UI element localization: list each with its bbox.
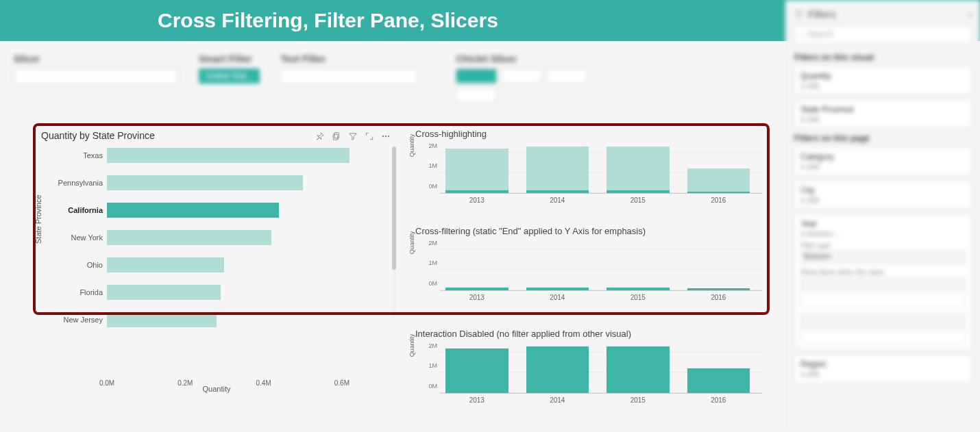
eraser-icon[interactable] [421, 68, 435, 82]
x-tick: 2013 [469, 294, 485, 301]
svg-rect-0 [334, 133, 339, 138]
filter-card[interactable]: Quantity is (All) [794, 66, 972, 94]
x-tick: 2013 [469, 396, 485, 404]
copy-icon[interactable] [332, 130, 341, 141]
y-tick: 2M [428, 142, 437, 149]
y-tick: 1M [428, 362, 437, 369]
column-bar[interactable] [607, 142, 670, 193]
filter-value-input[interactable] [800, 294, 966, 307]
y-tick: 2M [428, 342, 437, 349]
filter-icon[interactable] [348, 130, 358, 141]
y-tick: 1M [428, 259, 437, 266]
x-tick: 2016 [711, 294, 726, 301]
chart-title: Cross-highlighting [415, 129, 762, 139]
column-bar[interactable] [526, 240, 589, 290]
bar-row[interactable]: New Jersey [107, 312, 217, 327]
filter-card[interactable]: Year is between ... Filter type Between … [794, 214, 972, 349]
filter-condition-select[interactable] [800, 277, 966, 291]
focus-mode-icon[interactable] [365, 130, 374, 141]
bar-row[interactable]: New York [107, 230, 271, 245]
y-tick: 0M [428, 183, 437, 190]
interaction-disabled-chart[interactable]: Interaction Disabled (no filter applied … [415, 329, 762, 406]
svg-rect-1 [333, 134, 337, 140]
bar-row[interactable]: Pennsylvania [107, 175, 303, 190]
column-bar[interactable] [445, 142, 509, 193]
bar-rect[interactable] [107, 312, 217, 327]
bar-rect[interactable] [107, 175, 303, 190]
y-axis-label: Quantity [408, 134, 415, 157]
column-bar[interactable] [445, 240, 509, 290]
x-tick: 2015 [630, 396, 646, 404]
x-tick: 2014 [550, 396, 565, 404]
column-bar[interactable] [526, 142, 589, 193]
collapse-icon[interactable]: › [968, 8, 972, 20]
column-bar[interactable] [687, 240, 750, 290]
bar-category-label: California [41, 206, 107, 214]
bar-rect[interactable] [107, 203, 279, 218]
chiclet-slicer-label: Chiclet Slicer [456, 53, 593, 64]
more-options-icon[interactable] [381, 130, 391, 141]
svg-point-2 [382, 136, 384, 137]
funnel-icon [794, 10, 804, 19]
bar-rect[interactable] [107, 285, 221, 300]
bar-category-label: Florida [41, 288, 107, 296]
y-axis-label: Quantity [408, 231, 415, 254]
slicer-row: Slicer Smart Filter United Stat... Text … [0, 41, 785, 110]
bar-category-label: Ohio [41, 261, 107, 269]
cross-filtering-chart[interactable]: Cross-filtering (static "End" applied to… [415, 226, 762, 303]
y-tick: 0M [428, 383, 437, 390]
filters-pane-title: Filters [808, 8, 836, 20]
column-bar[interactable] [445, 342, 509, 393]
filter-card[interactable]: City is (All) [794, 181, 972, 209]
filter-value-input-2[interactable] [800, 331, 966, 344]
bar-row[interactable]: Texas [107, 148, 350, 163]
bar-category-label: New Jersey [41, 316, 107, 324]
bar-row[interactable]: California [107, 203, 279, 218]
x-tick: 2013 [469, 196, 485, 204]
pin-icon[interactable] [315, 130, 325, 141]
filters-section-visual: Filters on this visual [794, 53, 972, 62]
chiclet-slicer[interactable] [456, 68, 593, 103]
bar-row[interactable]: Florida [107, 285, 221, 300]
bar-category-label: New York [41, 233, 107, 242]
svg-point-4 [388, 136, 389, 137]
report-canvas: Slicer Smart Filter United Stat... Text … [0, 41, 785, 432]
chart-title: Interaction Disabled (no filter applied … [415, 329, 762, 339]
filters-pane[interactable]: Filters › ⌕ Search Filters on this visua… [785, 0, 980, 432]
filter-card[interactable]: Category is (All) [794, 147, 972, 175]
text-filter-label: Text Filter [280, 53, 435, 64]
bar-rect[interactable] [107, 148, 350, 163]
smart-filter-label: Smart Filter [199, 53, 260, 64]
filter-condition-select-2[interactable] [800, 314, 966, 328]
filters-search[interactable]: ⌕ Search [794, 25, 972, 43]
bar-chart-card[interactable]: Quantity by State Province State Provinc… [38, 127, 395, 403]
smart-filter-chip[interactable]: United Stat... [199, 68, 260, 84]
cross-highlighting-chart[interactable]: Cross-highlighting 0M1M2MQuantity 201320… [415, 129, 762, 206]
filter-card[interactable]: Region is (All) [794, 355, 972, 383]
column-bar[interactable] [607, 342, 670, 393]
x-tick: 2016 [711, 396, 726, 404]
filters-section-page: Filters on this page [794, 134, 972, 143]
svg-point-3 [385, 136, 387, 137]
filter-card[interactable]: State Province is (All) [794, 100, 972, 128]
page-title: Cross Filtering, Filter Pane, Slicers [158, 9, 498, 32]
slicer-label: Slicer [14, 53, 178, 64]
column-bar[interactable] [607, 240, 670, 290]
y-tick: 0M [428, 280, 437, 287]
x-tick: 2014 [550, 196, 565, 204]
text-filter-input[interactable] [280, 68, 417, 85]
x-tick: 2015 [630, 294, 646, 301]
bar-chart-x-axis-label: Quantity [38, 385, 395, 393]
filter-type-select[interactable]: Between [800, 251, 966, 264]
search-icon: ⌕ [800, 29, 805, 39]
x-tick: 2015 [630, 196, 646, 204]
bar-rect[interactable] [107, 257, 224, 272]
bar-row[interactable]: Ohio [107, 257, 224, 272]
bar-rect[interactable] [107, 230, 271, 245]
slicer-dropdown[interactable] [14, 68, 178, 85]
bar-category-label: Texas [41, 151, 107, 160]
column-bar[interactable] [687, 142, 750, 193]
bar-chart-scrollbar[interactable] [392, 147, 396, 319]
column-bar[interactable] [687, 342, 750, 393]
column-bar[interactable] [526, 342, 589, 393]
